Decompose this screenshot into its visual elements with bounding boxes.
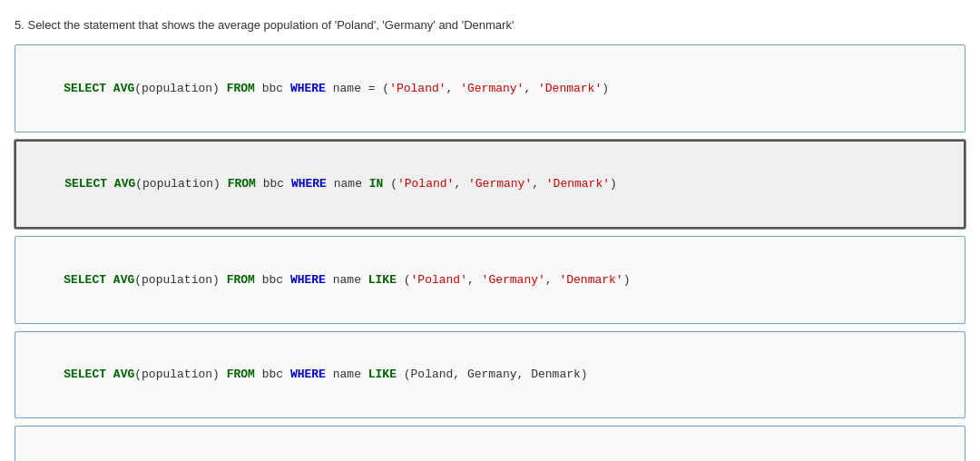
option-2[interactable]: SELECT AVG(population) FROM bbc WHERE na… <box>15 140 965 230</box>
option-5[interactable]: SELECT population FROM bbc WHERE name IN… <box>15 426 965 461</box>
code-option-2: SELECT AVG(population) FROM bbc WHERE na… <box>36 158 944 211</box>
code-option-3: SELECT AVG(population) FROM bbc WHERE na… <box>35 253 945 307</box>
option-4[interactable]: SELECT AVG(population) FROM bbc WHERE na… <box>15 331 965 419</box>
code-option-1: SELECT AVG(population) FROM bbc WHERE na… <box>35 62 945 115</box>
code-option-4: SELECT AVG(population) FROM bbc WHERE na… <box>35 348 945 402</box>
option-3[interactable]: SELECT AVG(population) FROM bbc WHERE na… <box>15 236 965 324</box>
question-text: 5. Select the statement that shows the a… <box>15 18 965 32</box>
code-option-5: SELECT population FROM bbc WHERE name IN… <box>35 443 945 461</box>
option-1[interactable]: SELECT AVG(population) FROM bbc WHERE na… <box>15 44 965 132</box>
